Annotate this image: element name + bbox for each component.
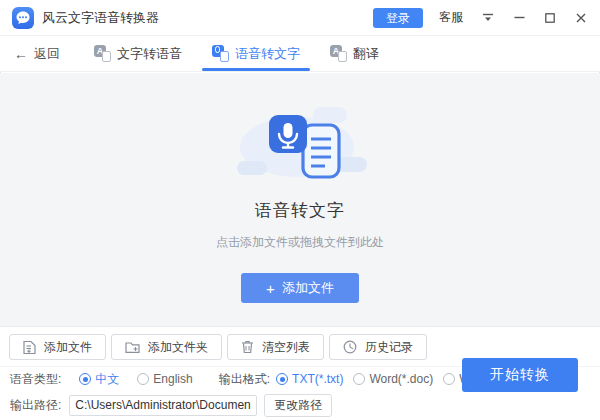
trash-icon bbox=[241, 340, 254, 354]
minimize-icon[interactable] bbox=[512, 11, 526, 25]
text-to-speech-icon: A bbox=[94, 45, 111, 62]
output-path-row: 输出路径: 更改路径 bbox=[0, 391, 600, 419]
close-icon[interactable] bbox=[574, 11, 588, 25]
tab-translate[interactable]: A 翻译 bbox=[330, 36, 379, 71]
add-file-button[interactable]: + 添加文件 bbox=[241, 273, 359, 303]
radio-label: 中文 bbox=[95, 371, 119, 388]
translate-icon: A bbox=[330, 45, 347, 62]
radio-format-txt[interactable]: TXT(*.txt) bbox=[276, 372, 343, 386]
back-arrow-icon: ← bbox=[14, 46, 28, 62]
app-logo-icon bbox=[12, 7, 34, 29]
back-label: 返回 bbox=[34, 45, 60, 63]
clear-list-toolbar-button[interactable]: 清空列表 bbox=[227, 334, 324, 360]
radio-label: Word(*.doc) bbox=[369, 372, 433, 386]
change-path-button[interactable]: 更改路径 bbox=[264, 394, 332, 417]
output-path-label: 输出路径: bbox=[10, 397, 61, 414]
radio-voice-chinese[interactable]: 中文 bbox=[79, 371, 119, 388]
radio-label: TXT(*.txt) bbox=[292, 372, 343, 386]
toolbar-label: 添加文件 bbox=[44, 339, 92, 356]
page-title: 语音转文字 bbox=[255, 199, 345, 222]
titlebar: 风云文字语音转换器 登录 客服 bbox=[0, 0, 600, 36]
output-path-input[interactable] bbox=[69, 395, 257, 416]
menu-dropdown-icon[interactable] bbox=[481, 11, 495, 25]
history-toolbar-button[interactable]: 历史记录 bbox=[329, 334, 427, 360]
tab-text-to-speech[interactable]: A 文字转语音 bbox=[94, 36, 182, 71]
radio-icon bbox=[276, 373, 288, 385]
app-title: 风云文字语音转换器 bbox=[42, 9, 159, 27]
output-format-label: 输出格式: bbox=[219, 371, 270, 388]
clock-icon bbox=[343, 340, 357, 354]
speech-to-text-icon bbox=[212, 45, 229, 62]
radio-icon bbox=[353, 373, 365, 385]
start-convert-button[interactable]: 开始转换 bbox=[462, 358, 578, 392]
toolbar-label: 清空列表 bbox=[262, 339, 310, 356]
drop-zone[interactable]: 语音转文字 点击添加文件或拖拽文件到此处 + 添加文件 bbox=[0, 73, 600, 326]
maximize-icon[interactable] bbox=[543, 11, 557, 25]
login-button[interactable]: 登录 bbox=[373, 8, 423, 28]
add-file-label: 添加文件 bbox=[282, 279, 334, 297]
toolbar-label: 添加文件夹 bbox=[148, 339, 208, 356]
add-file-toolbar-button[interactable]: 添加文件 bbox=[9, 334, 106, 360]
tab-label: 文字转语音 bbox=[117, 45, 182, 63]
support-link[interactable]: 客服 bbox=[439, 9, 463, 26]
file-plus-icon bbox=[23, 340, 36, 355]
back-button[interactable]: ← 返回 bbox=[14, 45, 60, 63]
toolbar-label: 历史记录 bbox=[365, 339, 413, 356]
folder-plus-icon bbox=[125, 340, 140, 354]
tab-bar: ← 返回 A 文字转语音 语音转文字 A 翻译 bbox=[0, 36, 600, 72]
plus-icon: + bbox=[266, 281, 275, 296]
radio-icon bbox=[443, 373, 455, 385]
bottom-panel: 添加文件 添加文件夹 清空列表 历史记录 bbox=[0, 326, 600, 420]
voice-type-label: 语音类型: bbox=[10, 371, 61, 388]
tab-speech-to-text[interactable]: 语音转文字 bbox=[212, 36, 300, 71]
radio-format-doc[interactable]: Word(*.doc) bbox=[353, 372, 433, 386]
tab-label: 翻译 bbox=[353, 45, 379, 63]
tab-label: 语音转文字 bbox=[235, 45, 300, 63]
radio-voice-english[interactable]: English bbox=[137, 372, 192, 386]
radio-icon bbox=[137, 373, 149, 385]
drop-hint-text: 点击添加文件或拖拽文件到此处 bbox=[216, 234, 384, 251]
add-folder-toolbar-button[interactable]: 添加文件夹 bbox=[111, 334, 222, 360]
radio-label: English bbox=[153, 372, 192, 386]
radio-icon bbox=[79, 373, 91, 385]
speech-to-text-illustration-icon bbox=[225, 99, 375, 191]
